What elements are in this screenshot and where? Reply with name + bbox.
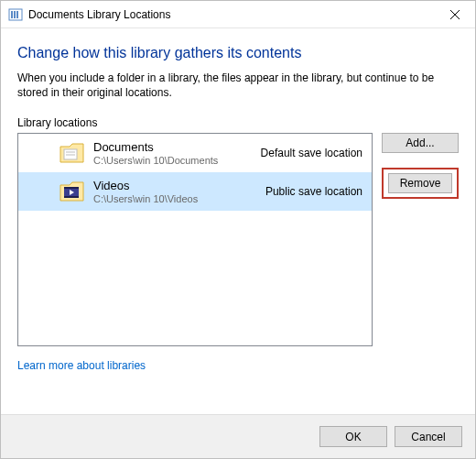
library-icon <box>8 7 23 22</box>
location-text: Videos C:\Users\win 10\Videos <box>93 179 198 205</box>
dialog-footer: OK Cancel <box>1 414 475 458</box>
page-heading: Change how this library gathers its cont… <box>17 45 459 61</box>
location-name: Videos <box>93 179 198 193</box>
add-button[interactable]: Add... <box>382 133 459 153</box>
remove-button[interactable]: Remove <box>388 173 452 193</box>
location-path: C:\Users\win 10\Documents <box>93 155 218 167</box>
learn-more-link[interactable]: Learn more about libraries <box>17 359 459 372</box>
location-name: Documents <box>93 140 218 155</box>
svg-rect-1 <box>11 11 13 18</box>
dialog-window: Documents Library Locations Change how t… <box>0 0 476 459</box>
location-path: C:\Users\win 10\Videos <box>93 193 198 205</box>
close-icon <box>450 10 460 19</box>
page-description: When you include a folder in a library, … <box>17 71 459 100</box>
location-row[interactable]: Documents C:\Users\win 10\Documents Defa… <box>18 134 372 172</box>
window-title: Documents Library Locations <box>28 8 434 21</box>
section-label: Library locations <box>17 116 459 129</box>
main-row: Documents C:\Users\win 10\Documents Defa… <box>17 133 459 346</box>
content-area: Change how this library gathers its cont… <box>1 28 475 414</box>
cancel-button[interactable]: Cancel <box>395 426 462 447</box>
location-tag: Public save location <box>265 185 362 198</box>
side-buttons: Add... Remove <box>382 133 459 346</box>
locations-listbox[interactable]: Documents C:\Users\win 10\Documents Defa… <box>17 133 373 346</box>
location-text: Documents C:\Users\win 10\Documents <box>93 140 218 167</box>
titlebar: Documents Library Locations <box>1 1 475 28</box>
close-button[interactable] <box>434 1 475 27</box>
remove-highlight: Remove <box>382 168 459 199</box>
svg-rect-3 <box>16 11 18 18</box>
location-tag: Default save location <box>261 147 362 159</box>
ok-button[interactable]: OK <box>319 426 387 447</box>
location-row[interactable]: Videos C:\Users\win 10\Videos Public sav… <box>18 172 372 211</box>
svg-rect-10 <box>64 187 79 189</box>
folder-documents-icon <box>59 139 86 167</box>
svg-rect-2 <box>14 11 16 18</box>
folder-videos-icon <box>59 178 86 205</box>
svg-rect-11 <box>64 196 79 198</box>
